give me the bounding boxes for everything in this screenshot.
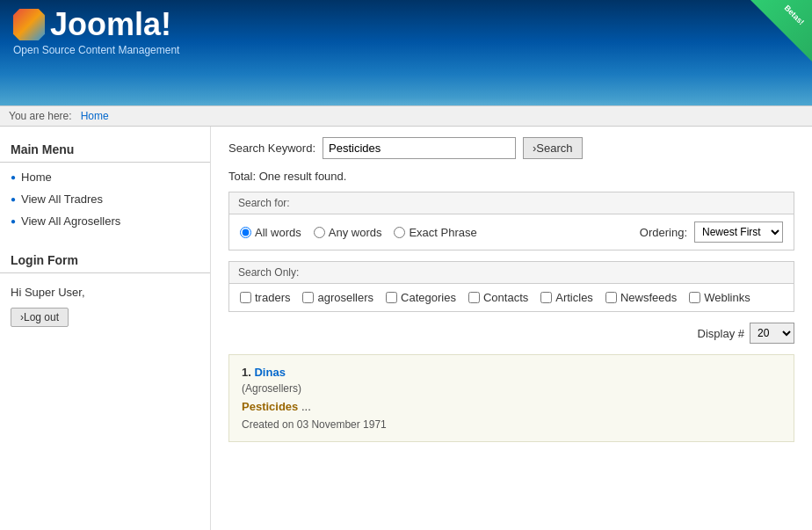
radio-exact-phrase[interactable]: Exact Phrase xyxy=(394,226,476,239)
sidebar-item-traders-label: View All Tradres xyxy=(21,192,103,206)
search-keyword-label: Search Keyword: xyxy=(228,142,315,155)
check-contacts-input[interactable] xyxy=(468,292,480,303)
layout: Main Menu ● Home ● View All Tradres ● Vi… xyxy=(0,127,812,530)
ordering-select[interactable]: Newest First Oldest First Most Popular xyxy=(694,221,783,243)
ordering-label: Ordering: xyxy=(640,226,687,239)
display-label: Display # xyxy=(698,327,744,340)
main-content: Search Keyword: ›Search Total: One resul… xyxy=(211,127,812,530)
check-weblinks-input[interactable] xyxy=(689,292,700,303)
breadcrumb-prefix: You are here: xyxy=(9,110,72,122)
radio-all-words[interactable]: All words xyxy=(240,226,301,239)
login-form-title: Login Form xyxy=(0,246,210,273)
breadcrumb-home[interactable]: Home xyxy=(81,110,109,122)
results-count: Total: One result found. xyxy=(228,170,794,183)
display-row: Display # 5 10 15 20 25 30 50 100 xyxy=(228,323,794,344)
check-articles-label: Articles xyxy=(555,291,593,304)
check-categories-label: Categories xyxy=(401,291,456,304)
check-contacts-label: Contacts xyxy=(483,291,528,304)
check-weblinks[interactable]: Weblinks xyxy=(689,291,750,304)
sidebar-item-home[interactable]: ● Home xyxy=(0,166,210,188)
check-categories-input[interactable] xyxy=(386,292,397,303)
radio-all-words-label: All words xyxy=(255,226,301,239)
check-traders-label: traders xyxy=(255,291,290,304)
search-for-box: Search for: All words Any words Exact Ph… xyxy=(228,192,794,250)
radio-exact-phrase-input[interactable] xyxy=(394,227,405,238)
check-agrosellers[interactable]: agrosellers xyxy=(302,291,373,304)
bullet-icon: ● xyxy=(11,194,16,204)
logo-area: Joomla! Open Source Content Management xyxy=(13,9,179,56)
radio-exact-phrase-label: Exact Phrase xyxy=(409,226,476,239)
search-only-legend: Search Only: xyxy=(229,262,794,284)
logo-text: Joomla! xyxy=(50,9,171,40)
main-menu-title: Main Menu xyxy=(0,135,210,163)
search-button[interactable]: ›Search xyxy=(523,137,583,159)
tagline: Open Source Content Management xyxy=(13,44,179,56)
display-select[interactable]: 5 10 15 20 25 30 50 100 xyxy=(750,323,794,344)
radio-any-words-input[interactable] xyxy=(314,227,325,238)
check-weblinks-label: Weblinks xyxy=(704,291,750,304)
search-for-legend: Search for: xyxy=(229,192,794,214)
sidebar-item-traders[interactable]: ● View All Tradres xyxy=(0,188,210,210)
check-traders-input[interactable] xyxy=(240,292,251,303)
ordering-group: Ordering: Newest First Oldest First Most… xyxy=(640,221,783,243)
result-category: (Agrosellers) xyxy=(242,382,781,395)
search-row: Search Keyword: ›Search xyxy=(228,137,794,159)
check-newsfeeds-input[interactable] xyxy=(605,292,617,303)
header: Joomla! Open Source Content Management B… xyxy=(0,0,812,105)
sidebar-item-agrosellers-label: View All Agrosellers xyxy=(21,214,120,228)
hi-user-text: Hi Super User, xyxy=(0,280,210,304)
radio-group: All words Any words Exact Phrase xyxy=(240,226,477,239)
check-articles[interactable]: Articles xyxy=(540,291,593,304)
check-categories[interactable]: Categories xyxy=(386,291,456,304)
result-number: 1. xyxy=(242,366,251,379)
sidebar-item-agrosellers[interactable]: ● View All Agrosellers xyxy=(0,210,210,232)
check-traders[interactable]: traders xyxy=(240,291,290,304)
search-only-inner: traders agrosellers Categories Contacts … xyxy=(229,284,794,311)
check-contacts[interactable]: Contacts xyxy=(468,291,528,304)
radio-all-words-input[interactable] xyxy=(240,227,251,238)
breadcrumb-bar: You are here: Home xyxy=(0,105,812,127)
result-excerpt: Pesticides ... xyxy=(242,400,781,413)
search-input[interactable] xyxy=(323,137,516,159)
result-excerpt-rest: ... xyxy=(298,400,310,413)
search-options-inner: All words Any words Exact Phrase Orderin… xyxy=(229,214,794,250)
sidebar: Main Menu ● Home ● View All Tradres ● Vi… xyxy=(0,127,211,530)
check-agrosellers-input[interactable] xyxy=(302,292,314,303)
logo-icon xyxy=(13,9,45,40)
check-newsfeeds-label: Newsfeeds xyxy=(620,291,677,304)
result-title: 1. Dinas xyxy=(242,366,781,379)
radio-any-words-label: Any words xyxy=(329,226,382,239)
result-link[interactable]: Dinas xyxy=(254,366,285,379)
search-only-box: Search Only: traders agrosellers Categor… xyxy=(228,261,794,312)
bullet-icon: ● xyxy=(11,172,16,182)
logo: Joomla! xyxy=(13,9,179,40)
check-agrosellers-label: agrosellers xyxy=(317,291,373,304)
result-item: 1. Dinas (Agrosellers) Pesticides ... Cr… xyxy=(228,354,794,442)
bullet-icon: ● xyxy=(11,216,16,226)
logout-button[interactable]: ›Log out xyxy=(11,308,69,327)
login-form-section: Login Form Hi Super User, ›Log out xyxy=(0,246,210,330)
result-date: Created on 03 November 1971 xyxy=(242,418,781,431)
sidebar-item-home-label: Home xyxy=(21,171,52,184)
check-articles-input[interactable] xyxy=(540,292,552,303)
check-newsfeeds[interactable]: Newsfeeds xyxy=(605,291,677,304)
radio-any-words[interactable]: Any words xyxy=(314,226,382,239)
result-highlight: Pesticides xyxy=(242,400,298,413)
